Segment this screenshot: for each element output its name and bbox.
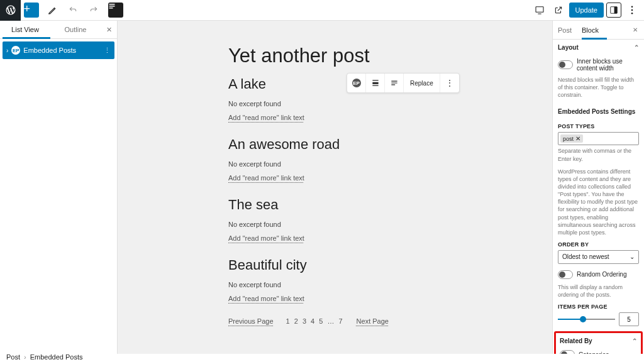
post-title[interactable]: Yet another post [228,45,441,67]
post-heading: The sea [228,197,441,213]
topbar-left: + [0,0,125,20]
categories-toggle[interactable] [560,350,575,354]
chevron-right-icon: › [6,47,8,54]
embedded-post-block: The sea No excerpt found Add "read more"… [228,197,441,242]
items-per-page-slider[interactable] [558,315,615,324]
options-button[interactable] [624,2,640,18]
tab-outline[interactable]: Outline [50,21,101,38]
prev-page-link[interactable]: Previous Page [228,317,274,325]
update-button[interactable]: Update [569,3,604,18]
post-types-label: POST TYPES [558,123,639,129]
ep-badge-icon: EP [11,46,20,55]
document-overview-button[interactable] [104,0,125,21]
toggle-label: Categories [579,351,609,354]
list-view-panel: List View Outline ✕ › EP Embedded Posts … [0,21,118,354]
inner-blocks-width-toggle[interactable] [558,60,573,69]
update-label: Update [575,6,597,14]
block-options-button[interactable]: ⋮ [440,74,459,92]
item-options-icon[interactable]: ⋮ [104,47,111,55]
chevron-up-icon: ⌃ [634,44,639,51]
chevron-up-icon: ⌃ [632,337,637,344]
tab-block[interactable]: Block [577,21,604,39]
breadcrumb-root[interactable]: Post [6,353,20,361]
helper-text: WordPress contains different types of co… [558,168,639,236]
helper-text: Separate with commas or the Enter key. [558,147,639,162]
panel-layout-header[interactable]: Layout⌃ [558,40,639,55]
panel-related-by-header[interactable]: Related By⌃ [560,336,637,348]
excerpt-text: No excerpt found [228,160,441,168]
breadcrumb: Post › Embedded Posts [6,353,82,361]
remove-token-icon[interactable]: ✕ [575,135,580,142]
topbar-right: Update [531,0,644,20]
list-view-item-embedded-posts[interactable]: › EP Embedded Posts ⋮ [3,41,114,59]
readmore-link[interactable]: Add "read more" link text [228,234,304,242]
svg-rect-10 [372,82,378,84]
toggle-label: Inner blocks use content width [577,58,639,72]
list-view-tabs: List View Outline ✕ [0,21,117,39]
readmore-link[interactable]: Add "read more" link text [228,174,304,182]
svg-point-8 [631,13,633,14]
page-numbers[interactable]: 1 2 3 4 5 … 7 [286,317,344,325]
excerpt-text: No excerpt found [228,100,441,107]
tab-list-view[interactable]: List View [0,21,50,38]
panel-embedded-settings-header[interactable]: Embedded Posts Settings [558,104,639,119]
replace-button[interactable]: Replace [404,74,440,92]
items-per-page-label: ITEMS PER PAGE [558,304,639,310]
block-toolbar: EP Replace ⋮ [347,73,460,93]
view-button[interactable] [531,2,548,18]
block-type-button[interactable]: EP [347,74,366,92]
content-justify-button[interactable] [385,74,404,92]
editor-topbar: + Update [0,0,644,21]
post-heading: An awesome road [228,136,441,153]
helper-text: Nested blocks will fill the width of thi… [558,76,639,99]
svg-rect-0 [109,4,114,5]
excerpt-text: No excerpt found [228,281,441,288]
readmore-link[interactable]: Add "read more" link text [228,114,304,121]
tab-post[interactable]: Post [553,21,577,39]
preview-button[interactable] [550,2,567,18]
svg-rect-11 [372,85,378,86]
readmore-link[interactable]: Add "read more" link text [228,295,304,302]
embedded-post-block: An awesome road No excerpt found Add "re… [228,136,441,182]
pagination: Previous Page 1 2 3 4 5 … 7 Next Page [228,317,441,325]
helper-text: This will display a random ordering of t… [558,283,639,299]
svg-point-7 [631,9,633,11]
order-by-select[interactable]: Oldest to newest⌄ [558,250,639,264]
wordpress-logo-button[interactable] [0,0,21,21]
align-button[interactable] [366,74,385,92]
post-heading: Beautiful city [228,257,441,273]
redo-button[interactable] [83,0,104,21]
list-item-label: Embedded Posts [23,47,76,54]
undo-button[interactable] [62,0,83,21]
settings-sidebar: Post Block ✕ Layout⌃ Inner blocks use co… [552,21,644,354]
post-types-input[interactable]: post✕ [558,132,639,145]
settings-tabs: Post Block ✕ [553,21,644,40]
excerpt-text: No excerpt found [228,221,441,228]
toggle-label: Random Ordering [577,271,626,278]
embedded-post-block: Beautiful city No excerpt found Add "rea… [228,257,441,302]
chevron-right-icon: › [24,353,26,361]
random-ordering-toggle[interactable] [558,270,573,279]
editor-canvas: Yet another post A lake No excerpt found… [118,21,552,354]
breadcrumb-current[interactable]: Embedded Posts [30,353,83,361]
chevron-down-icon: ⌄ [630,253,635,260]
svg-rect-2 [109,8,113,9]
close-panel-button[interactable]: ✕ [101,21,117,38]
svg-point-6 [631,6,633,8]
edit-tool-button[interactable] [42,0,62,21]
svg-rect-9 [372,80,378,80]
svg-rect-1 [109,6,114,7]
next-page-link[interactable]: Next Page [357,317,389,325]
post-type-token: post✕ [560,134,583,143]
editor-main: List View Outline ✕ › EP Embedded Posts … [0,21,644,354]
svg-rect-3 [536,7,543,13]
close-sidebar-button[interactable]: ✕ [626,21,644,39]
items-per-page-input[interactable] [619,312,639,326]
order-by-label: ORDER BY [558,241,639,248]
related-by-highlight: Related By⌃ Categories Tags Author [554,331,643,354]
block-inserter-button[interactable]: + [21,0,42,21]
svg-rect-5 [614,7,618,14]
settings-sidebar-button[interactable] [606,3,621,18]
